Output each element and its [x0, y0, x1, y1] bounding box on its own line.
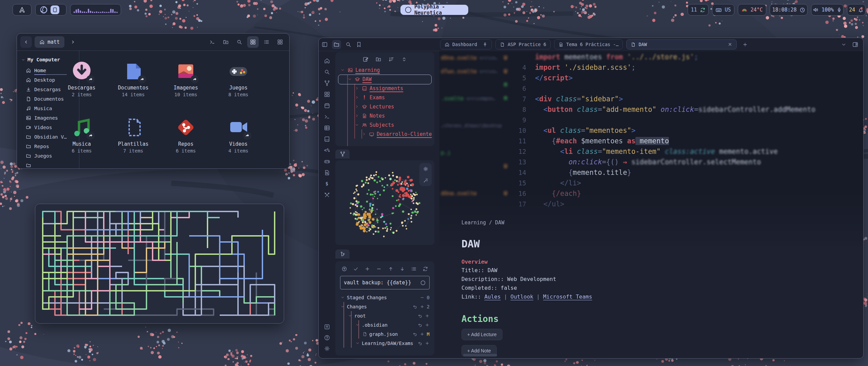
- keyboard-layout: US: [725, 7, 731, 13]
- file-item-descargas[interactable]: Descargas2 items: [56, 60, 107, 97]
- updates-widget[interactable]: 11: [688, 4, 709, 16]
- media-widget[interactable]: Polyphia - Neurotica: [400, 5, 468, 15]
- audio-widget[interactable]: 100%: [811, 4, 844, 16]
- table-ribbon-icon[interactable]: [323, 124, 331, 131]
- grid-ribbon-icon[interactable]: [323, 90, 331, 98]
- file-item-documentos[interactable]: Documentos14 items: [108, 60, 159, 97]
- tab-asp-practice-6[interactable]: ASP Practice 6: [495, 39, 551, 49]
- tab-list-icon[interactable]: [841, 42, 847, 47]
- tab-label: DAW: [638, 42, 647, 47]
- code-line: 4import './sidebar.scss';: [509, 62, 863, 73]
- file-item-count: 10 items: [160, 92, 211, 97]
- note-field: Description:: Web Development: [461, 276, 851, 283]
- close-tab-icon[interactable]: [728, 42, 732, 47]
- keyboard-layout-widget[interactable]: US: [712, 4, 734, 16]
- file-item-label: Musica: [56, 141, 107, 147]
- tab-daw[interactable]: DAW: [626, 39, 737, 49]
- shortcut-arrow-icon: [138, 75, 146, 83]
- action-button--add-lecture[interactable]: + Add Lecture: [461, 329, 502, 340]
- gamepad-ribbon-icon[interactable]: [323, 158, 331, 165]
- note-breadcrumb[interactable]: Learning / DAW: [461, 220, 851, 226]
- blurred-explorer-row: p.j: [441, 148, 507, 157]
- file-item-imagenes[interactable]: Imagenes10 items: [160, 60, 211, 97]
- editor-area: dOne.svelte src\co…UdTwo.svelte src\co…U…: [335, 51, 863, 358]
- tab-label: ASP Practice 6: [508, 42, 546, 47]
- git-status-badge: U: [504, 163, 507, 169]
- sidebar-item-label: Imagenes: [34, 115, 58, 121]
- fork-ribbon-icon[interactable]: [323, 79, 331, 87]
- notifications-widget[interactable]: 24: [847, 4, 866, 16]
- calendar-ribbon-icon[interactable]: [323, 102, 331, 109]
- note-field: Title:: DAW: [461, 267, 851, 274]
- file-item-count: 6 items: [56, 148, 107, 154]
- forward-button[interactable]: [67, 36, 79, 48]
- code-line: 13 on:click={() ⇒ sidebarController.sele…: [509, 157, 863, 167]
- file-item-juegos[interactable]: Juegos8 items: [213, 60, 264, 97]
- shortcut-arrow-icon: [86, 75, 95, 83]
- tab-dashboard[interactable]: Dashboard: [440, 39, 492, 49]
- template-ribbon-icon[interactable]: <%: [323, 146, 331, 154]
- weather-widget[interactable]: 24°C: [738, 4, 766, 16]
- home-ribbon-icon[interactable]: [323, 57, 331, 64]
- git-status-badge: M: [504, 82, 507, 88]
- new-folder-icon[interactable]: [220, 36, 232, 48]
- blurred-explorer-row: M: [441, 81, 507, 89]
- terminal-ribbon-icon[interactable]: [323, 113, 331, 120]
- blurred-explorer-row: dTwo.svelte src\co…U: [441, 67, 507, 75]
- search-icon[interactable]: [234, 36, 245, 48]
- grid-view-icon[interactable]: [247, 36, 259, 48]
- line-number: 4: [509, 64, 535, 71]
- code-line: 5</script>: [509, 73, 863, 83]
- gear-ribbon-icon[interactable]: [323, 345, 331, 352]
- bookmark-icon[interactable]: [356, 41, 362, 48]
- book-ribbon-icon[interactable]: [323, 135, 331, 143]
- file-item-plantillas[interactable]: Plantillas7 items: [108, 117, 159, 154]
- blurred-explorer-row: dOne.svelteU: [441, 189, 507, 197]
- shortcut-arrow-icon: [191, 75, 199, 83]
- obsidian-ribbon: <%$: [319, 51, 335, 358]
- back-button[interactable]: [20, 36, 32, 48]
- note-link-aules[interactable]: Aules: [484, 293, 500, 300]
- new-tab-button[interactable]: [742, 42, 748, 47]
- file-item-repos[interactable]: Repos6 items: [160, 117, 211, 154]
- workspaces-widget[interactable]: [35, 4, 66, 16]
- vault-ribbon-icon[interactable]: [323, 323, 331, 330]
- dollar-ribbon-icon[interactable]: $: [323, 180, 331, 187]
- sidebar-item-musica[interactable]: Musica: [17, 104, 79, 113]
- blurred-explorer-row: dOne.svelte src\co…U: [441, 54, 507, 62]
- right-sidebar-toggle-icon[interactable]: [852, 41, 859, 48]
- download-icon: [26, 87, 31, 92]
- list-view-icon[interactable]: [261, 36, 272, 48]
- terminal-icon[interactable]: [206, 36, 218, 48]
- code-line: 11 {#each $mementoes as memento: [509, 136, 863, 146]
- file-item-musica[interactable]: Musica6 items: [56, 117, 107, 154]
- tab-tema-6-pr-cticas-[interactable]: Tema 6 Prácticas -…: [554, 39, 623, 49]
- help-ribbon-icon[interactable]: [323, 334, 331, 341]
- breadcrumb[interactable]: matt: [35, 36, 64, 48]
- filesearch-ribbon-icon[interactable]: [323, 169, 331, 176]
- git-status-badge: U: [504, 190, 507, 197]
- folder-icon[interactable]: [332, 40, 341, 49]
- horizontal-scrollbar[interactable]: [463, 354, 497, 357]
- search-ribbon-icon[interactable]: [323, 68, 331, 76]
- note-link-microsoft-teams[interactable]: Microsoft Teams: [543, 293, 592, 300]
- line-number: 11: [509, 137, 535, 145]
- launcher-button[interactable]: [13, 4, 32, 16]
- workspace-firefox-icon[interactable]: [40, 6, 48, 14]
- file-item-videos[interactable]: Videos4 items: [213, 117, 264, 154]
- line-number: 10: [509, 127, 535, 134]
- line-number: 12: [509, 148, 535, 155]
- compact-view-icon[interactable]: [274, 36, 286, 48]
- search-icon[interactable]: [345, 41, 352, 48]
- arch-logo-icon: [18, 6, 26, 14]
- clock-widget[interactable]: 18:08:28: [770, 4, 808, 16]
- tools-ribbon-icon[interactable]: [323, 191, 331, 199]
- note-link-outlook[interactable]: Outlook: [511, 293, 533, 300]
- sidebar-item-extra[interactable]: [17, 161, 79, 169]
- pipes-art-window: [35, 204, 284, 324]
- music-icon: [26, 106, 31, 111]
- panel-left-icon[interactable]: [321, 41, 328, 48]
- workspace-document-icon[interactable]: [51, 5, 59, 14]
- downloads-folder-icon: [71, 60, 93, 82]
- file-item-label: Documentos: [108, 85, 159, 91]
